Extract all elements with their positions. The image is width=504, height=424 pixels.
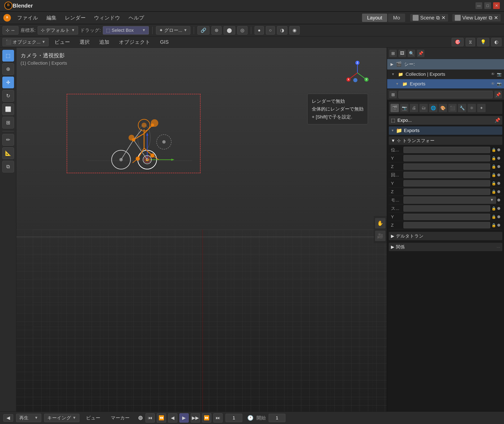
prop-pin-btn[interactable]: 📌 [494,91,502,98]
start-frame-input[interactable]: 1 [269,414,285,422]
global-orientation-btn[interactable]: ⊹ ↔ [2,26,19,35]
pos-z-lock[interactable]: 🔒 [491,164,496,169]
workspace-tab-mo[interactable]: Mo [388,14,405,22]
scene-close-icon[interactable]: ✕ [441,15,446,21]
shading-material-btn[interactable]: ◉ [289,26,300,35]
rot-y-lock[interactable]: 🔒 [491,181,496,186]
visibility-eye-icon[interactable]: 👁 [491,72,495,76]
current-frame-input[interactable]: 1 [226,414,242,422]
menu-help[interactable]: ヘルプ [125,13,148,22]
pos-y-lock[interactable]: 🔒 [491,156,496,161]
rot-x-lock[interactable]: 🔒 [491,173,496,177]
scale-x-lock[interactable]: 🔒 [491,206,496,211]
pos-x-lock[interactable]: 🔒 [491,148,496,152]
rot-x-value[interactable] [403,172,490,178]
xray-btn[interactable]: ◎ [237,26,247,35]
pos-y-keyframe[interactable] [497,157,500,160]
marker-timeline[interactable]: マーカー [107,413,133,422]
play-btn[interactable]: ▶ [179,413,189,423]
rot-z-keyframe[interactable] [497,190,500,193]
minimize-button[interactable]: — [476,2,482,9]
outliner-row-collection1[interactable]: ▼ 📁 Collection | Exports 👁 📷 [387,69,504,79]
scale-y-lock[interactable]: 🔒 [491,214,496,219]
rotate-tool-btn[interactable]: ↻ [2,90,14,102]
pos-z-keyframe[interactable] [497,165,500,168]
physics-props-icon[interactable]: ⚛ [467,104,476,112]
menu-window[interactable]: ウィンドウ [90,13,124,22]
outliner-display-btn[interactable]: 🖼 [398,50,406,57]
outliner-row-exports[interactable]: ▼ 📁 Exports 👁 📷 [387,79,504,89]
object-mode-dropdown[interactable]: ⬛ オブジェク... ▼ [2,38,49,46]
next-frame-btn[interactable]: ▶▶ [191,413,200,423]
camera-view-btn[interactable]: 🎥 [375,231,385,241]
scale-x-keyframe[interactable] [497,207,500,210]
overlay-btn[interactable]: ⬤ [224,26,235,35]
scale-y-keyframe[interactable] [497,215,500,218]
glow-dropdown[interactable]: ✦ グロー... ▼ [156,26,190,35]
mode-dropdown[interactable]: ▼ [403,197,496,204]
rot-z-value[interactable] [403,188,490,195]
scale-y-value[interactable] [403,214,490,220]
rot-y-keyframe[interactable] [497,182,500,185]
shading-mode-btn[interactable]: 💡 [477,38,489,46]
scale-z-keyframe[interactable] [497,224,500,227]
show-gizmo-btn[interactable]: 🎯 [452,38,464,46]
viewlayer-close-icon[interactable]: ✕ [494,15,498,21]
playback-dropdown[interactable]: 再生 ▼ [16,414,41,422]
pos-y-value[interactable] [403,155,490,161]
scale-z-lock[interactable]: 🔒 [491,223,496,227]
world-props-icon[interactable]: 🎨 [439,104,447,112]
viewport[interactable]: カメラ・透視投影 (1) Collection | Exports [16,48,387,412]
viewlayer-selector[interactable]: View Layer ⧉ ✕ [452,14,501,22]
keying-dropdown[interactable]: キーイング ▼ [44,414,79,422]
blender-menu-logo[interactable]: B [3,14,11,22]
scale-x-value[interactable] [403,205,490,212]
move-tool-btn[interactable]: ✛ [2,77,14,88]
pan-view-btn[interactable]: ✋ [375,218,385,229]
time-range-btn[interactable]: ◀ [3,414,13,422]
shading-solid-btn[interactable]: ● [255,26,264,35]
jump-start-btn[interactable]: ⏮ [145,413,155,423]
exports-row[interactable]: ▼ 📁 Exports [389,126,502,135]
outliner-filter-btn[interactable]: ⊞ [389,50,397,57]
prop-header-pin[interactable]: 📌 [495,118,500,123]
view-menu[interactable]: ビュー [51,37,74,47]
object-props-icon[interactable]: ⬛ [448,104,457,112]
annotate-tool-btn[interactable]: ✏ [2,134,14,146]
proportional-btn[interactable]: ⊛ [212,26,221,35]
cursor-tool-btn[interactable]: ⊕ [2,63,14,75]
scene-selector[interactable]: Scene ⧉ ✕ [410,14,448,22]
scale-tool-btn[interactable]: ⬜ [2,103,14,115]
view-timeline[interactable]: ビュー [82,413,104,422]
modifier-props-icon[interactable]: 🔧 [458,104,466,112]
maximize-button[interactable]: □ [484,2,491,9]
output-props-icon[interactable]: 🖨 [410,104,418,112]
scene-props-icon[interactable]: 🎬 [391,104,399,112]
particles-props-icon[interactable]: ✦ [477,104,485,112]
mode-keyframe[interactable] [497,199,500,201]
viewport-shading-btn[interactable]: ◐ [491,38,502,46]
object-menu[interactable]: オブジェクト [115,37,154,47]
scale-z-value[interactable] [403,222,490,228]
select-menu[interactable]: 選択 [76,37,93,47]
menu-render[interactable]: レンダー [61,13,89,22]
rot-z-lock[interactable]: 🔒 [491,189,496,194]
prop-search-input[interactable] [398,91,493,98]
prev-frame-btn[interactable]: ◀ [168,413,177,423]
prev-keyframe-btn[interactable]: ⏪ [157,413,166,423]
render-props-icon[interactable]: 📷 [400,104,409,112]
workspace-tab-layout[interactable]: Layout [362,14,387,22]
menu-edit[interactable]: 編集 [43,13,60,22]
scene-props-icon2[interactable]: 🌐 [429,104,437,112]
pos-x-value[interactable] [403,147,490,153]
camera-render-icon[interactable]: 📷 [497,72,502,77]
close-button[interactable]: ✕ [493,2,500,9]
prop-filter-btn[interactable]: ⊞ [389,91,397,98]
coord-default-dropdown[interactable]: ⊹ デフォルト ▼ [38,26,78,35]
add-menu[interactable]: 追加 [95,37,113,47]
relations-header[interactable]: ▶ 関係 ··· [389,243,502,251]
shading-rendered-btn[interactable]: ◑ [277,26,287,35]
shading-wire-btn[interactable]: ○ [266,26,275,35]
gis-menu[interactable]: GIS [156,38,172,46]
jump-end-btn[interactable]: ⏭ [213,413,223,423]
